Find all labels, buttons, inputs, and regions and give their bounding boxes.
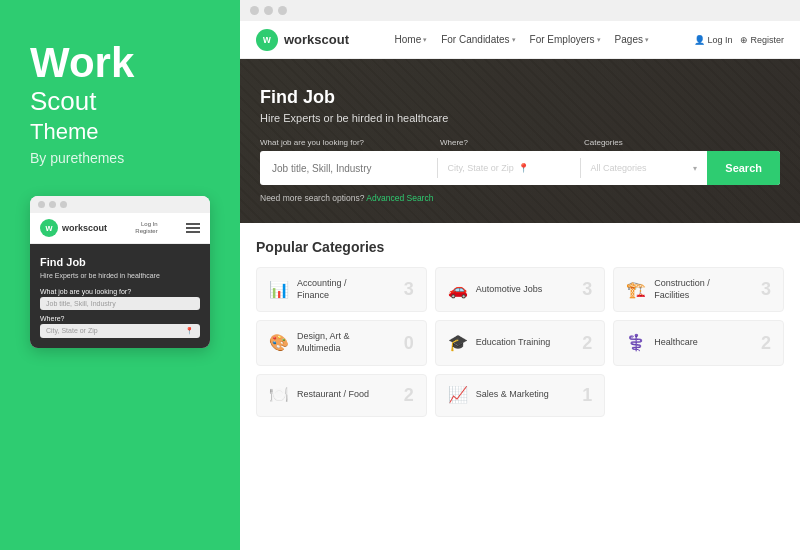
mobile-hamburger-button[interactable] [186,223,200,233]
browser-dot-red [250,6,259,15]
hamburger-line [186,223,200,225]
hero-section: Find Job Hire Experts or be hirded in he… [240,59,800,223]
mobile-nav-links: Log In Register [135,221,157,234]
browser-dot-yellow [264,6,273,15]
design-icon: 🎨 [269,335,289,351]
hero-content: Find Job Hire Experts or be hirded in he… [260,87,780,203]
category-card-restaurant[interactable]: 🍽️ Restaurant / Food 2 [256,374,427,417]
login-link[interactable]: 👤 Log In [694,35,732,45]
mobile-dot-1 [38,201,45,208]
left-panel: Work Scout Theme By purethemes w worksco… [0,0,240,550]
category-name: Automotive Jobs [476,284,543,296]
mobile-logo-icon: w [40,219,58,237]
site-navbar: w workscout Home ▾ For Candidates ▾ For … [240,21,800,59]
mobile-logo-text: workscout [62,223,107,233]
browser-chrome [240,0,800,21]
category-count: 2 [761,333,771,354]
mobile-hero-subtitle: Hire Experts or be hirded in healthcare [40,271,200,280]
nav-employers[interactable]: For Employers ▾ [530,34,601,45]
category-card-healthcare[interactable]: ⚕️ Healthcare 2 [613,320,784,365]
mobile-nav: w workscout Log In Register [30,213,210,244]
category-card-accounting[interactable]: 📊 Accounting / Finance 3 [256,267,427,312]
mobile-hero: Find Job Hire Experts or be hirded in he… [30,244,210,348]
category-count: 2 [404,385,414,406]
categories-grid: 📊 Accounting / Finance 3 🚗 Automotive Jo… [256,267,784,417]
category-name: Education Training [476,337,551,349]
hamburger-line [186,231,200,233]
category-count: 3 [761,279,771,300]
category-card-education[interactable]: 🎓 Education Training 2 [435,320,606,365]
category-select[interactable]: All Categories ▾ [581,163,708,173]
education-icon: 🎓 [448,335,468,351]
mobile-search-field[interactable]: Job title, Skill, Industry [40,297,200,310]
category-count: 3 [582,279,592,300]
location-pin-icon: 📍 [518,163,529,173]
category-count: 2 [582,333,592,354]
category-name: Sales & Marketing [476,389,549,401]
construction-icon: 🏗️ [626,282,646,298]
category-name: Restaurant / Food [297,389,369,401]
brand-title-line2: Scout [30,86,210,117]
sales-icon: 📈 [448,387,468,403]
chevron-down-icon: ▾ [512,36,516,44]
advanced-search-prompt: Need more search options? Advanced Searc… [260,193,780,203]
site-nav-actions: 👤 Log In ⊕ Register [694,35,784,45]
site-logo[interactable]: w workscout [256,29,349,51]
chevron-down-icon: ▾ [693,164,697,173]
category-count: 3 [404,279,414,300]
healthcare-icon: ⚕️ [626,335,646,351]
where-field-label: Where? [440,138,584,147]
mobile-preview: w workscout Log In Register Find Job Hir… [30,196,210,348]
mobile-where-field[interactable]: City, State or Zip 📍 [40,324,200,338]
category-info: 🎓 Education Training [448,335,551,351]
category-field-label: Categories [584,138,710,147]
nav-home[interactable]: Home ▾ [395,34,428,45]
category-info: 🏗️ Construction / Facilities [626,278,710,301]
category-name: Design, Art & Multimedia [297,331,350,354]
mobile-register-link[interactable]: Register [135,228,157,234]
search-bar: City, State or Zip 📍 All Categories ▾ Se… [260,151,780,185]
category-info: 🚗 Automotive Jobs [448,282,543,298]
site-logo-icon: w [256,29,278,51]
automotive-icon: 🚗 [448,282,468,298]
hero-title: Find Job [260,87,780,108]
hamburger-line [186,227,200,229]
mobile-chrome [30,196,210,213]
category-info: 📈 Sales & Marketing [448,387,549,403]
hero-subtitle: Hire Experts or be hirded in healthcare [260,112,780,124]
website-content: w workscout Home ▾ For Candidates ▾ For … [240,21,800,550]
mobile-dot-3 [60,201,67,208]
category-info: 🎨 Design, Art & Multimedia [269,331,350,354]
category-card-construction[interactable]: 🏗️ Construction / Facilities 3 [613,267,784,312]
job-field-label: What job are you looking for? [260,138,440,147]
browser-dot-green [278,6,287,15]
mobile-hero-title: Find Job [40,256,200,268]
chevron-down-icon: ▾ [423,36,427,44]
register-link[interactable]: ⊕ Register [740,35,784,45]
category-card-automotive[interactable]: 🚗 Automotive Jobs 3 [435,267,606,312]
category-info: 📊 Accounting / Finance [269,278,347,301]
search-button[interactable]: Search [707,151,780,185]
site-nav-links: Home ▾ For Candidates ▾ For Employers ▾ … [395,34,649,45]
category-card-design[interactable]: 🎨 Design, Art & Multimedia 0 [256,320,427,365]
mobile-login-link[interactable]: Log In [141,221,158,227]
restaurant-icon: 🍽️ [269,387,289,403]
category-info: 🍽️ Restaurant / Food [269,387,369,403]
category-name: Healthcare [654,337,698,349]
mobile-dot-2 [49,201,56,208]
category-count: 0 [404,333,414,354]
category-card-sales[interactable]: 📈 Sales & Marketing 1 [435,374,606,417]
nav-pages[interactable]: Pages ▾ [615,34,649,45]
location-search-input[interactable]: City, State or Zip 📍 [438,163,580,173]
job-search-input[interactable] [260,163,437,174]
categories-section: Popular Categories 📊 Accounting / Financ… [240,223,800,550]
nav-candidates[interactable]: For Candidates ▾ [441,34,515,45]
location-pin-icon: 📍 [185,327,194,335]
chevron-down-icon: ▾ [597,36,601,44]
mobile-search-label: What job are you looking for? [40,288,200,295]
advanced-search-link[interactable]: Advanced Search [366,193,433,203]
category-count: 1 [582,385,592,406]
category-info: ⚕️ Healthcare [626,335,698,351]
right-panel: w workscout Home ▾ For Candidates ▾ For … [240,0,800,550]
chevron-down-icon: ▾ [645,36,649,44]
